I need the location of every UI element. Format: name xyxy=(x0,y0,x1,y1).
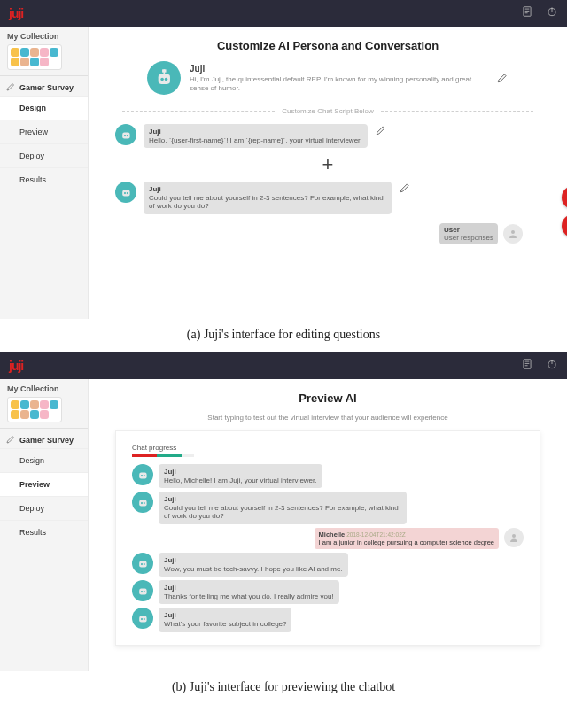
svg-point-25 xyxy=(141,475,143,476)
chat-progress-label: Chat progress xyxy=(132,444,524,452)
svg-point-30 xyxy=(512,534,516,538)
caption-b: (b) Juji's interface for previewing the … xyxy=(0,671,567,705)
user-text: I am a junior in college pursuing a comp… xyxy=(319,538,494,546)
svg-point-13 xyxy=(126,135,128,136)
doc-icon[interactable] xyxy=(521,5,533,21)
svg-point-16 xyxy=(126,192,128,194)
preview-bubble: Juji Thanks for telling me what you do. … xyxy=(159,580,339,604)
preview-msg-1: Juji Hello, Michelle! I am Juji, your vi… xyxy=(132,464,524,488)
svg-rect-24 xyxy=(139,472,146,478)
robot-icon xyxy=(119,128,134,143)
sidebar-group: Gamer Survey Design Preview Deploy Resul… xyxy=(0,428,88,544)
app-editing: juji My Collection Gamer Survey Design P… xyxy=(0,0,567,319)
sidebar: My Collection Gamer Survey Design Previe… xyxy=(0,379,89,671)
svg-rect-31 xyxy=(139,561,146,567)
svg-point-39 xyxy=(143,618,144,620)
user-label: User xyxy=(444,226,460,234)
bubble-name: Juji xyxy=(164,611,286,620)
nav-design[interactable]: Design xyxy=(0,96,88,120)
bubble-name: Juji xyxy=(164,495,401,504)
doc-icon[interactable] xyxy=(521,358,533,374)
edit-content: Customize AI Persona and Conversation Ju… xyxy=(89,27,567,319)
svg-point-36 xyxy=(143,591,144,592)
nav-preview[interactable]: Preview xyxy=(0,472,88,496)
bot-avatar-sm xyxy=(132,608,153,629)
page-title: Customize AI Persona and Conversation xyxy=(115,39,540,52)
floating-actions xyxy=(562,186,567,237)
preview-bubble: Juji Could you tell me about yourself in… xyxy=(159,492,407,524)
power-icon[interactable] xyxy=(546,5,558,21)
nav-deploy[interactable]: Deploy xyxy=(0,496,88,520)
top-icons xyxy=(521,358,558,374)
sidebar-group: Gamer Survey Design Preview Deploy Resul… xyxy=(0,75,88,191)
sidebar-collection[interactable]: My Collection xyxy=(0,27,88,75)
svg-rect-37 xyxy=(139,616,146,623)
location-button[interactable] xyxy=(562,186,567,209)
bubble-text: Hello, Michelle! I am Juji, your virtual… xyxy=(164,476,317,484)
preview-card: Chat progress Juji Hello, Michelle! I am… xyxy=(115,430,540,646)
robot-icon xyxy=(136,584,151,599)
script-bubble-2[interactable]: Juji Could you tell me about yourself in… xyxy=(144,182,392,214)
svg-point-17 xyxy=(511,230,515,234)
robot-icon xyxy=(136,495,151,510)
edit-msg1-button[interactable] xyxy=(375,124,387,136)
nav-preview[interactable]: Preview xyxy=(0,120,88,143)
bot-avatar-sm xyxy=(132,553,153,574)
svg-rect-34 xyxy=(139,588,146,594)
nav-results[interactable]: Results xyxy=(0,520,88,544)
robot-icon xyxy=(152,66,176,90)
robot-icon xyxy=(136,556,151,571)
code-button[interactable] xyxy=(562,214,567,237)
bubble-name: Juji xyxy=(149,185,386,194)
nav-deploy[interactable]: Deploy xyxy=(0,143,88,167)
bot-avatar-sm xyxy=(115,182,136,203)
edit-msg2-button[interactable] xyxy=(399,182,411,194)
svg-point-32 xyxy=(141,563,143,565)
preview-bubble: Juji What's your favorite subject in col… xyxy=(159,608,291,631)
sidebar-collection[interactable]: My Collection xyxy=(0,379,88,428)
robot-icon xyxy=(136,468,151,483)
script-separator: Customize Chat Script Below xyxy=(115,107,540,115)
person-icon xyxy=(509,532,519,543)
script-bubble-1[interactable]: Juji Hello, `{user-first-name}`! I am `{… xyxy=(144,124,368,148)
svg-rect-6 xyxy=(158,74,169,84)
preview-reply-1: Juji Wow, you must be tech-savvy. I hope… xyxy=(132,553,524,577)
nav-results[interactable]: Results xyxy=(0,167,88,191)
add-step-button[interactable]: + xyxy=(115,153,540,176)
script-separator-label: Customize Chat Script Below xyxy=(282,107,374,115)
top-icons xyxy=(521,5,558,21)
bubble-name: Juji xyxy=(164,556,343,565)
user-avatar xyxy=(503,224,523,244)
bubble-name: Juji xyxy=(164,584,334,592)
nav-design[interactable]: Design xyxy=(0,448,88,472)
svg-point-38 xyxy=(141,618,143,620)
sidebar-project-label[interactable]: Gamer Survey xyxy=(0,429,88,448)
svg-point-15 xyxy=(124,192,126,194)
bot-avatar-sm xyxy=(132,580,153,601)
bubble-name: Juji xyxy=(149,128,362,136)
logo: juji xyxy=(9,359,23,373)
svg-point-12 xyxy=(124,135,126,136)
svg-rect-27 xyxy=(139,500,146,506)
pencil-icon xyxy=(5,81,16,92)
user-bubble[interactable]: User User responses xyxy=(439,223,498,244)
script-msg-2: Juji Could you tell me about yourself in… xyxy=(115,182,540,214)
power-icon[interactable] xyxy=(546,358,558,374)
svg-point-35 xyxy=(141,591,143,592)
svg-point-7 xyxy=(160,77,164,81)
bot-avatar-sm xyxy=(132,492,153,513)
collection-avatars xyxy=(7,397,62,422)
sidebar-project-label[interactable]: Gamer Survey xyxy=(0,76,88,96)
collection-label: My Collection xyxy=(7,32,81,41)
preview-bubble: Juji Wow, you must be tech-savvy. I hope… xyxy=(159,553,348,577)
layout-row: My Collection Gamer Survey Design Previe… xyxy=(0,379,567,671)
preview-content: Preview AI Start typing to test out the … xyxy=(89,379,567,671)
bot-avatar-sm xyxy=(132,464,153,485)
chat-progress-bar xyxy=(132,454,194,457)
svg-rect-14 xyxy=(122,190,129,196)
user-name: Michelle xyxy=(319,531,346,538)
edit-persona-button[interactable] xyxy=(496,72,509,84)
svg-rect-18 xyxy=(524,360,531,369)
persona-name: Juji xyxy=(190,64,487,74)
caption-a: (a) Juji's interface for editing questio… xyxy=(0,319,567,352)
